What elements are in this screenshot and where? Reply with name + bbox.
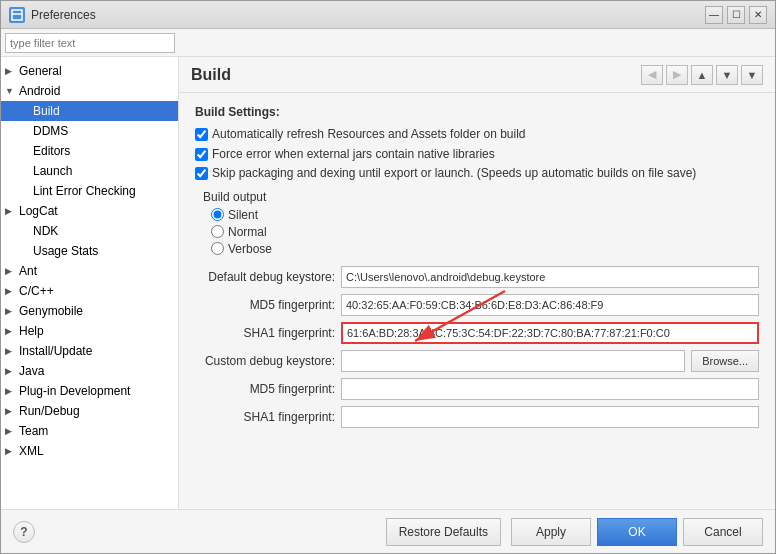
field-input-sha1-fingerprint-2[interactable] bbox=[341, 406, 759, 428]
title-bar-text: Preferences bbox=[31, 8, 705, 22]
sidebar-item-install-update[interactable]: ▶Install/Update bbox=[1, 341, 178, 361]
maximize-button[interactable]: ☐ bbox=[727, 6, 745, 24]
sidebar-item-ant[interactable]: ▶Ant bbox=[1, 261, 178, 281]
sidebar-item-label: Launch bbox=[33, 164, 72, 178]
radio-verbose[interactable] bbox=[211, 242, 224, 255]
sidebar-item-label: NDK bbox=[33, 224, 58, 238]
radio-label-silent: Silent bbox=[228, 208, 258, 222]
checkbox-label-skip-packaging: Skip packaging and dexing until export o… bbox=[212, 166, 696, 182]
sidebar-item-general[interactable]: ▶General bbox=[1, 61, 178, 81]
sidebar-item-lint-error-checking[interactable]: Lint Error Checking bbox=[1, 181, 178, 201]
checkbox-skip-packaging[interactable] bbox=[195, 167, 208, 180]
build-output-title: Build output bbox=[203, 190, 759, 204]
sidebar-item-xml[interactable]: ▶XML bbox=[1, 441, 178, 461]
sidebar-item-label: C/C++ bbox=[19, 284, 54, 298]
sidebar-item-label: Usage Stats bbox=[33, 244, 98, 258]
checkbox-row-auto-refresh: Automatically refresh Resources and Asse… bbox=[195, 127, 759, 143]
sidebar-item-label: Lint Error Checking bbox=[33, 184, 136, 198]
field-row-default-debug-keystore: Default debug keystore: bbox=[195, 266, 759, 288]
sidebar-item-launch[interactable]: Launch bbox=[1, 161, 178, 181]
tree-arrow-icon: ▶ bbox=[5, 266, 19, 276]
checkbox-force-error[interactable] bbox=[195, 148, 208, 161]
field-row-md5-fingerprint-2: MD5 fingerprint: bbox=[195, 378, 759, 400]
filter-input[interactable] bbox=[5, 33, 175, 53]
sidebar-item-label: Android bbox=[19, 84, 60, 98]
field-row-sha1-fingerprint: SHA1 fingerprint: bbox=[195, 322, 759, 344]
minimize-button[interactable]: — bbox=[705, 6, 723, 24]
field-row-md5-fingerprint: MD5 fingerprint: bbox=[195, 294, 759, 316]
sidebar-item-label: Ant bbox=[19, 264, 37, 278]
sidebar-item-label: Help bbox=[19, 324, 44, 338]
radio-row-normal: Normal bbox=[211, 225, 759, 239]
sidebar-item-editors[interactable]: Editors bbox=[1, 141, 178, 161]
checkbox-auto-refresh[interactable] bbox=[195, 128, 208, 141]
sidebar-item-logcat[interactable]: ▶LogCat bbox=[1, 201, 178, 221]
nav-forward-button[interactable]: ▶ bbox=[666, 65, 688, 85]
main-content: ▶General▼AndroidBuildDDMSEditorsLaunchLi… bbox=[1, 57, 775, 509]
field-label-custom-debug-keystore: Custom debug keystore: bbox=[195, 354, 335, 368]
field-row-sha1-fingerprint-2: SHA1 fingerprint: bbox=[195, 406, 759, 428]
nav-down-button[interactable]: ▼ bbox=[716, 65, 738, 85]
title-bar: Preferences — ☐ ✕ bbox=[1, 1, 775, 29]
checkbox-row-skip-packaging: Skip packaging and dexing until export o… bbox=[195, 166, 759, 182]
field-label-default-debug-keystore: Default debug keystore: bbox=[195, 270, 335, 284]
nav-back-button[interactable]: ◀ bbox=[641, 65, 663, 85]
field-input-md5-fingerprint[interactable] bbox=[341, 294, 759, 316]
checkbox-label-force-error: Force error when external jars contain n… bbox=[212, 147, 495, 163]
nav-up-button[interactable]: ▲ bbox=[691, 65, 713, 85]
field-label-sha1-fingerprint: SHA1 fingerprint: bbox=[195, 326, 335, 340]
bottom-buttons: Restore Defaults Apply OK Cancel bbox=[386, 518, 763, 546]
sidebar-item-ndk[interactable]: NDK bbox=[1, 221, 178, 241]
tree-arrow-icon: ▶ bbox=[5, 306, 19, 316]
tree-arrow-icon: ▶ bbox=[5, 426, 19, 436]
field-row-custom-debug-keystore: Custom debug keystore:Browse... bbox=[195, 350, 759, 372]
radio-row-verbose: Verbose bbox=[211, 242, 759, 256]
content-area: Build ◀ ▶ ▲ ▼ ▼ Build Settings: Automati… bbox=[179, 57, 775, 509]
radio-label-verbose: Verbose bbox=[228, 242, 272, 256]
cancel-button[interactable]: Cancel bbox=[683, 518, 763, 546]
field-label-md5-fingerprint: MD5 fingerprint: bbox=[195, 298, 335, 312]
sidebar-item-team[interactable]: ▶Team bbox=[1, 421, 178, 441]
sidebar-item-label: Plug-in Development bbox=[19, 384, 130, 398]
radio-container: SilentNormalVerbose bbox=[203, 208, 759, 256]
sidebar-item-genymobile[interactable]: ▶Genymobile bbox=[1, 301, 178, 321]
browse-button[interactable]: Browse... bbox=[691, 350, 759, 372]
tree-arrow-icon: ▶ bbox=[5, 346, 19, 356]
fields-container: Default debug keystore:MD5 fingerprint:S… bbox=[195, 266, 759, 428]
sidebar-item-cpp[interactable]: ▶C/C++ bbox=[1, 281, 178, 301]
restore-defaults-button[interactable]: Restore Defaults bbox=[386, 518, 501, 546]
help-button[interactable]: ? bbox=[13, 521, 35, 543]
sidebar-item-help[interactable]: ▶Help bbox=[1, 321, 178, 341]
section-title: Build Settings: bbox=[195, 105, 759, 119]
field-input-md5-fingerprint-2[interactable] bbox=[341, 378, 759, 400]
apply-button[interactable]: Apply bbox=[511, 518, 591, 546]
radio-silent[interactable] bbox=[211, 208, 224, 221]
radio-label-normal: Normal bbox=[228, 225, 267, 239]
radio-normal[interactable] bbox=[211, 225, 224, 238]
window-icon bbox=[9, 7, 25, 23]
tree-arrow-icon: ▶ bbox=[5, 366, 19, 376]
nav-menu-button[interactable]: ▼ bbox=[741, 65, 763, 85]
field-label-sha1-fingerprint-2: SHA1 fingerprint: bbox=[195, 410, 335, 424]
sidebar: ▶General▼AndroidBuildDDMSEditorsLaunchLi… bbox=[1, 57, 179, 509]
tree-arrow-icon: ▶ bbox=[5, 66, 19, 76]
sidebar-item-label: Build bbox=[33, 104, 60, 118]
sidebar-item-label: LogCat bbox=[19, 204, 58, 218]
sidebar-item-label: Editors bbox=[33, 144, 70, 158]
field-input-default-debug-keystore[interactable] bbox=[341, 266, 759, 288]
sidebar-item-plugin-development[interactable]: ▶Plug-in Development bbox=[1, 381, 178, 401]
sidebar-item-usage-stats[interactable]: Usage Stats bbox=[1, 241, 178, 261]
sidebar-item-java[interactable]: ▶Java bbox=[1, 361, 178, 381]
checkboxes-container: Automatically refresh Resources and Asse… bbox=[195, 127, 759, 182]
sidebar-item-android[interactable]: ▼Android bbox=[1, 81, 178, 101]
field-input-sha1-fingerprint[interactable] bbox=[341, 322, 759, 344]
field-input-custom-debug-keystore[interactable] bbox=[341, 350, 685, 372]
ok-button[interactable]: OK bbox=[597, 518, 677, 546]
sidebar-item-build[interactable]: Build bbox=[1, 101, 178, 121]
close-button[interactable]: ✕ bbox=[749, 6, 767, 24]
sidebar-item-label: XML bbox=[19, 444, 44, 458]
field-section: Default debug keystore:MD5 fingerprint:S… bbox=[195, 266, 759, 428]
sidebar-item-run-debug[interactable]: ▶Run/Debug bbox=[1, 401, 178, 421]
sidebar-item-label: Install/Update bbox=[19, 344, 92, 358]
sidebar-item-ddms[interactable]: DDMS bbox=[1, 121, 178, 141]
